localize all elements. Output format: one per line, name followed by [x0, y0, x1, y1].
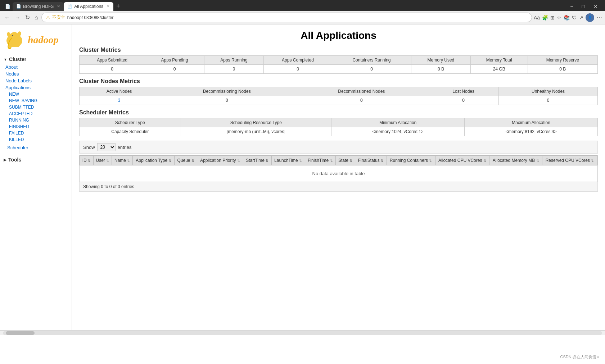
sidebar-item-finished[interactable]: FINISHED	[7, 123, 68, 130]
col-app-allocated-cpu[interactable]: Allocated CPU VCores ⇅	[435, 156, 489, 165]
sidebar-item-node-labels[interactable]: Node Labels	[4, 77, 68, 84]
sidebar-tools-section: ▶ Tools	[0, 155, 72, 164]
sidebar-item-about[interactable]: About	[4, 64, 68, 70]
maximize-button[interactable]: □	[578, 2, 589, 11]
val-memory-reserve: 0 B	[528, 65, 597, 74]
cluster-arrow-icon: ▼	[4, 58, 7, 62]
address-bar[interactable]: ⚠ 不安全 hadoop103:8088/cluster	[41, 13, 532, 22]
val-active-nodes[interactable]: 3	[80, 96, 159, 105]
col-app-start-time[interactable]: StartTime ⇅	[243, 156, 271, 165]
extensions-button[interactable]: 🧩	[542, 15, 548, 21]
sidebar-item-scheduler[interactable]: Scheduler	[5, 144, 66, 151]
val-containers-running: 0	[332, 65, 411, 74]
show-label: Show	[83, 145, 95, 150]
col-app-name[interactable]: Name ⇅	[112, 156, 133, 165]
col-app-priority[interactable]: Application Priority ⇅	[197, 156, 243, 165]
cluster-nodes-data-row: 3 0 0 0 0	[80, 96, 598, 105]
val-minimum-allocation: <memory:1024, vCores:1>	[331, 127, 465, 136]
toolbar-actions: Aa 🧩 ⊞ ☆ 📚 🛡 ↗ 👤 ⋯	[534, 13, 602, 22]
no-data-cell: No data available in table	[80, 165, 597, 182]
sort-arrows-state: ⇅	[349, 159, 352, 163]
close-button[interactable]: ✕	[589, 2, 602, 11]
col-app-final-status[interactable]: FinalStatus ⇅	[355, 156, 387, 165]
cluster-metrics-title: Cluster Metrics	[79, 47, 598, 53]
col-memory-reserve: Memory Reserve	[528, 56, 597, 65]
page-title: All Applications	[79, 30, 598, 41]
tools-label: Tools	[8, 157, 21, 163]
sidebar-item-failed[interactable]: FAILED	[7, 130, 68, 136]
col-app-state[interactable]: State ⇅	[336, 156, 355, 165]
minimize-button[interactable]: −	[566, 2, 577, 11]
sidebar-item-submitted[interactable]: SUBMITTED	[7, 104, 68, 110]
sort-arrows-queue: ⇅	[191, 159, 194, 163]
col-app-id[interactable]: ID ⇅	[80, 156, 94, 165]
sort-arrows-priority: ⇅	[237, 159, 240, 163]
share-button[interactable]: ↗	[579, 15, 583, 21]
page-layout: hadoop ▼ Cluster About Nodes Node Labels…	[0, 24, 605, 330]
sidebar-item-nodes[interactable]: Nodes	[4, 70, 68, 77]
forward-button[interactable]: →	[13, 14, 22, 22]
val-maximum-allocation: <memory:8192, vCores:4>	[465, 127, 598, 136]
tab-close-apps[interactable]: ✕	[107, 4, 110, 9]
sidebar-item-new[interactable]: NEW	[7, 91, 68, 97]
col-app-launch-time[interactable]: LaunchTime ⇅	[271, 156, 305, 165]
tools-arrow-icon: ▶	[4, 158, 6, 162]
col-app-running-containers[interactable]: Running Containers ⇅	[387, 156, 435, 165]
col-app-user[interactable]: User ⇅	[93, 156, 112, 165]
new-tab-button[interactable]: +	[113, 2, 123, 11]
col-app-allocated-memory[interactable]: Allocated Memory MB ⇅	[489, 156, 542, 165]
scrollbar-track[interactable]	[3, 331, 602, 335]
applications-header-row: ID ⇅ User ⇅ Name ⇅ Application Type	[80, 156, 597, 165]
cluster-nodes-header-row: Active Nodes Decommissioning Nodes Decom…	[80, 87, 598, 96]
col-app-reserved-cpu[interactable]: Reserved CPU VCores ⇅	[542, 156, 597, 165]
col-scheduling-resource-type: Scheduling Resource Type	[181, 118, 331, 127]
profile-avatar[interactable]: 👤	[586, 13, 594, 22]
collection-button[interactable]: 📚	[564, 15, 570, 21]
tab-icon-apps: 📄	[67, 4, 72, 9]
col-maximum-allocation: Maximum Allocation	[465, 118, 598, 127]
col-app-type[interactable]: Application Type ⇅	[133, 156, 175, 165]
col-active-nodes: Active Nodes	[80, 87, 159, 96]
scheduler-metrics-table: Scheduler Type Scheduling Resource Type …	[79, 118, 598, 136]
entries-select[interactable]: 10 20 50 100	[97, 143, 116, 151]
more-options-button[interactable]: ⋯	[596, 14, 602, 21]
val-scheduling-resource-type: [memory-mb (unit=Mi), vcores]	[181, 127, 331, 136]
sidebar-subnav-items: NEW NEW_SAVING SUBMITTED ACCEPTED RUNNIN…	[0, 91, 72, 143]
back-button[interactable]: ←	[3, 14, 12, 22]
no-data-row: No data available in table	[80, 165, 597, 182]
svg-point-4	[12, 35, 13, 36]
col-app-queue[interactable]: Queue ⇅	[175, 156, 197, 165]
col-scheduler-type: Scheduler Type	[80, 118, 181, 127]
sidebar-item-accepted[interactable]: ACCEPTED	[7, 110, 68, 117]
show-entries-bar: Show 10 20 50 100 entries	[79, 141, 598, 154]
sidebar-nav-scheduler: Scheduler	[0, 143, 72, 153]
tab-label-hdfs: Browsing HDFS	[23, 4, 54, 9]
scheduler-metrics-title: Scheduler Metrics	[79, 109, 598, 116]
scrollbar-thumb[interactable]	[6, 331, 35, 335]
sidebar-item-applications[interactable]: Applications	[4, 84, 68, 91]
col-app-finish-time[interactable]: FinishTime ⇅	[305, 156, 335, 165]
sidebar-cluster-header[interactable]: ▼ Cluster	[0, 55, 72, 64]
bottom-scrollbar[interactable]	[0, 330, 605, 335]
sidebar-item-killed[interactable]: KILLED	[7, 136, 68, 143]
shield-button[interactable]: 🛡	[572, 15, 577, 21]
sort-arrows-reserved-cpu: ⇅	[591, 159, 594, 163]
col-minimum-allocation: Minimum Allocation	[331, 118, 465, 127]
refresh-button[interactable]: ↻	[24, 13, 31, 22]
col-lost-nodes: Lost Nodes	[428, 87, 499, 96]
tab-browsing-hdfs[interactable]: 📄 Browsing HDFS ✕	[13, 2, 64, 11]
reading-mode-button[interactable]: Aa	[534, 15, 540, 21]
val-unhealthy-nodes: 0	[499, 96, 598, 105]
favorites-button[interactable]: ☆	[557, 15, 561, 21]
sidebar-tools-header[interactable]: ▶ Tools	[0, 155, 72, 164]
sidebar-item-running[interactable]: RUNNING	[7, 117, 68, 123]
home-button[interactable]: ⌂	[33, 14, 40, 22]
sort-arrows-finishtime: ⇅	[330, 159, 333, 163]
sort-arrows-user: ⇅	[106, 159, 109, 163]
browser-titlebar: 📄 📄 Browsing HDFS ✕ 📄 All Applications ✕…	[0, 0, 605, 11]
browser-tab-icon-btn[interactable]: ⊞	[550, 15, 555, 21]
sidebar-item-new-saving[interactable]: NEW_SAVING	[7, 97, 68, 104]
tab-close-hdfs[interactable]: ✕	[57, 4, 60, 9]
profile-icon: 👤	[588, 15, 592, 19]
tab-all-applications[interactable]: 📄 All Applications ✕	[64, 2, 113, 11]
